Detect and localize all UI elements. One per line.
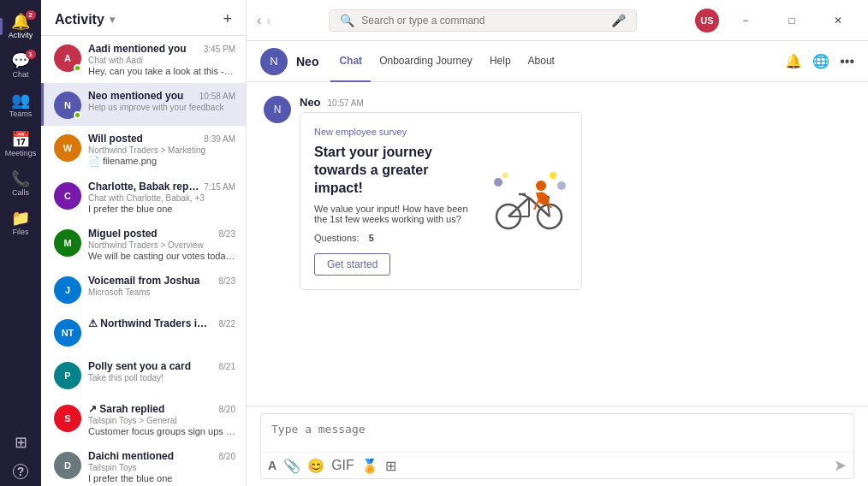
svg-line-2 — [508, 198, 529, 216]
teams-icon: 👥 — [11, 92, 30, 108]
praise-icon[interactable]: 🏅 — [361, 458, 378, 474]
chat-header-actions: 🔔 🌐 ••• — [785, 53, 854, 69]
chat-tab-onboarding-journey[interactable]: Onboarding Journey — [371, 41, 481, 82]
search-input[interactable] — [361, 15, 604, 27]
activity-name: Will posted — [88, 133, 143, 145]
meetings-icon: 📅 — [11, 132, 30, 147]
main-content: ‹ › 🔍 🎤 US − □ ✕ N Neo ChatOnboarding Jo… — [247, 0, 868, 486]
activity-sub: Microsoft Teams — [88, 287, 235, 297]
activity-sub: Northwind Traders > Overview — [88, 240, 235, 250]
contact-name: Neo — [296, 55, 318, 68]
activity-time: 8/20 — [219, 452, 235, 461]
add-activity-button[interactable]: + — [223, 10, 232, 28]
activity-time: 8/21 — [219, 362, 235, 371]
send-button[interactable]: ➤ — [834, 456, 847, 475]
activity-time: 8:39 AM — [204, 134, 235, 144]
svg-point-14 — [550, 172, 556, 179]
search-box: 🔍 🎤 — [329, 9, 637, 32]
survey-meta: Questions: 5 — [314, 233, 477, 243]
activity-item[interactable]: CCharlotte, Babak replied to you7:15 AMC… — [41, 174, 246, 221]
activity-name: Voicemail from Joshua — [88, 275, 199, 287]
attach-icon[interactable]: 📎 — [283, 458, 300, 474]
chat-tab-chat[interactable]: Chat — [330, 41, 371, 82]
sidebar-item-meetings[interactable]: 📅 Meetings — [0, 125, 41, 164]
activity-item[interactable]: S↗ Sarah replied8/20Tailspin Toys > Gene… — [41, 396, 246, 443]
get-started-button[interactable]: Get started — [314, 253, 390, 276]
chat-input-box: A 📎 😊 GIF 🏅 ⊞ ➤ — [260, 413, 854, 479]
top-bar-nav: ‹ › — [257, 13, 271, 28]
activity-name: Neo mentioned you — [88, 90, 183, 102]
format-icon[interactable]: A — [268, 459, 276, 472]
help-icon: ? — [13, 464, 28, 479]
activity-name: Charlotte, Babak replied to you — [88, 181, 200, 193]
activity-name: Aadi mentioned you — [88, 43, 187, 55]
activity-title: Activity ▾ — [55, 12, 115, 27]
emoji-icon[interactable]: 😊 — [307, 458, 324, 474]
message-input[interactable] — [261, 414, 853, 448]
activity-sub: Northwind Traders > Marketing — [88, 145, 235, 155]
activity-time: 10:58 AM — [199, 92, 235, 101]
sidebar-item-teams[interactable]: 👥 Teams — [0, 86, 41, 125]
activity-preview: I prefer the blue one — [88, 204, 235, 214]
top-bar: ‹ › 🔍 🎤 US − □ ✕ — [247, 0, 868, 41]
activity-item[interactable]: NT⚠ Northwind Traders is expiring soon!8… — [41, 311, 246, 353]
activity-dropdown-icon[interactable]: ▾ — [110, 14, 115, 26]
activity-name: ↗ Sarah replied — [88, 403, 164, 415]
chat-tab-about[interactable]: About — [520, 41, 563, 82]
activity-item[interactable]: MMiguel posted8/23Northwind Traders > Ov… — [41, 221, 246, 268]
activity-header: Activity ▾ + — [41, 0, 246, 36]
chat-input-area: A 📎 😊 GIF 🏅 ⊞ ➤ — [247, 406, 868, 486]
message-sender: Neo — [300, 96, 321, 109]
activity-item[interactable]: WWill posted8:39 AMNorthwind Traders > M… — [41, 126, 246, 174]
notifications-icon[interactable]: 🔔 — [785, 53, 802, 69]
activity-sub: Chat with Charlotte, Babak, +3 — [88, 193, 235, 203]
svg-point-13 — [494, 178, 502, 187]
sidebar-item-calls[interactable]: 📞 Calls — [0, 164, 41, 204]
sidebar-item-chat[interactable]: 💬 Chat 1 — [0, 46, 41, 86]
activity-time: 8/23 — [219, 229, 235, 239]
activity-time: 7:15 AM — [204, 182, 235, 192]
activity-item[interactable]: PPolly sent you a card8/21Take this poll… — [41, 353, 246, 396]
more-options-icon[interactable]: ••• — [840, 54, 854, 69]
chat-messages: N Neo 10:57 AM New employee survey Start… — [247, 82, 868, 406]
activity-name: Daichi mentioned — [88, 450, 174, 462]
activity-preview: Customer focus groups sign ups are open — [88, 426, 235, 436]
chat-tab-help[interactable]: Help — [481, 41, 520, 82]
microphone-icon[interactable]: 🎤 — [611, 14, 626, 27]
activity-preview: We will be casting our votes today, ever… — [88, 251, 235, 261]
activity-item[interactable]: AAadi mentioned you3:45 PMChat with Aadi… — [41, 36, 246, 83]
activity-item[interactable]: NNeo mentioned you10:58 AMHelp us improv… — [41, 83, 246, 126]
survey-content: New employee survey Start your journey t… — [314, 127, 477, 276]
close-button[interactable]: ✕ — [818, 7, 858, 34]
svg-point-15 — [557, 181, 566, 190]
activity-time: 3:45 PM — [204, 44, 235, 54]
activity-list: AAadi mentioned you3:45 PMChat with Aadi… — [41, 36, 246, 486]
chat-tabs: ChatOnboarding JourneyHelpAbout — [330, 41, 562, 82]
activity-item[interactable]: JVoicemail from Joshua8/23Microsoft Team… — [41, 268, 246, 311]
sidebar-item-activity[interactable]: 🔔 Activity 2 — [0, 7, 41, 46]
more-apps-icon[interactable]: ⊞ — [385, 458, 396, 474]
sidebar-item-files[interactable]: 📁 Files — [0, 204, 41, 243]
activity-preview: I prefer the blue one — [88, 473, 235, 483]
left-navigation: 🔔 Activity 2 💬 Chat 1 👥 Teams 📅 Meetings… — [0, 0, 41, 486]
survey-title: Start your journey towards a greater imp… — [314, 144, 477, 197]
search-icon: 🔍 — [340, 14, 354, 27]
activity-name: Miguel posted — [88, 228, 158, 240]
minimize-button[interactable]: − — [726, 7, 765, 34]
activity-item[interactable]: DDaichi mentioned8/20Tailspin ToysI pref… — [41, 443, 246, 486]
back-button[interactable]: ‹ — [257, 13, 261, 28]
sidebar-item-help[interactable]: ? — [0, 457, 41, 486]
chat-header: N Neo ChatOnboarding JourneyHelpAbout 🔔 … — [247, 41, 868, 82]
survey-card: New employee survey Start your journey t… — [300, 112, 582, 290]
user-avatar[interactable]: US — [695, 9, 719, 33]
survey-illustration — [490, 127, 568, 276]
world-icon[interactable]: 🌐 — [812, 53, 829, 69]
message-time: 10:57 AM — [328, 98, 364, 108]
giphy-icon[interactable]: GIF — [331, 458, 354, 473]
maximize-button[interactable]: □ — [772, 7, 812, 34]
message-body: Neo 10:57 AM New employee survey Start y… — [300, 96, 851, 290]
activity-time: 8/23 — [219, 276, 235, 286]
sidebar-item-apps[interactable]: ⊞ — [0, 428, 41, 457]
activity-time: 8/20 — [219, 405, 235, 414]
activity-sub: Tailspin Toys > General — [88, 416, 235, 425]
